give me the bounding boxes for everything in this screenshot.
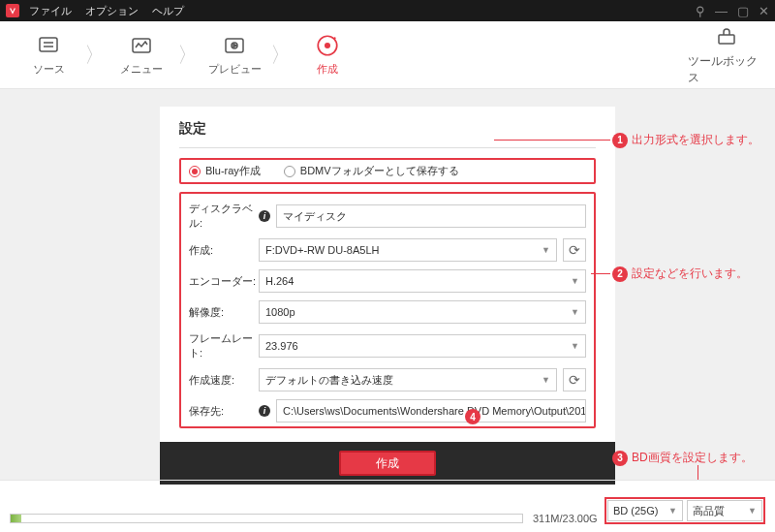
disc-label-lbl: ディスクラベル: xyxy=(189,202,259,231)
preview-icon xyxy=(222,33,247,58)
encoder-lbl: エンコーダー: xyxy=(189,274,259,289)
radio-off-icon xyxy=(284,166,295,177)
select-value: H.264 xyxy=(265,275,294,287)
framerate-lbl: フレームレート: xyxy=(189,331,259,360)
svg-point-8 xyxy=(326,44,329,47)
radio-label: Blu-ray作成 xyxy=(205,165,261,176)
app-logo-icon xyxy=(6,4,19,17)
disc-label-input[interactable]: マイディスク xyxy=(276,204,586,228)
caret-down-icon: ▼ xyxy=(571,307,579,317)
menu-options[interactable]: オプション xyxy=(85,4,139,18)
chevron-icon: 〉 xyxy=(180,21,196,88)
caret-down-icon: ▼ xyxy=(542,245,550,255)
saveto-input[interactable]: C:\Users\ws\Documents\Wondershare DVD Me… xyxy=(276,399,586,422)
step-menu[interactable]: メニュー xyxy=(103,21,180,88)
create-target-select[interactable]: F:DVD+-RW DU-8A5LH▼ xyxy=(259,238,557,262)
info-icon[interactable]: i xyxy=(259,210,270,222)
svg-point-9 xyxy=(334,37,336,39)
callout-line xyxy=(698,465,698,481)
callout-number: 2 xyxy=(612,266,628,282)
callout-line xyxy=(591,273,610,274)
create-icon xyxy=(315,33,340,58)
menu-icon xyxy=(129,33,154,58)
caret-down-icon: ▼ xyxy=(571,341,579,351)
quality-controls: BD (25G)▼ 高品質▼ xyxy=(604,497,765,524)
status-bar: 311M/23.00G BD (25G)▼ 高品質▼ xyxy=(0,480,775,532)
step-label: プレビュー xyxy=(208,62,262,77)
callout-number: 1 xyxy=(612,133,628,148)
step-preview[interactable]: プレビュー xyxy=(196,21,273,88)
svg-rect-0 xyxy=(40,38,57,51)
callout-number-4: 4 xyxy=(465,409,480,424)
workspace: 設定 Blu-ray作成 BDMVフォルダーとして保存する ディスクラベル: i… xyxy=(0,89,775,480)
step-create[interactable]: 作成 xyxy=(289,21,366,88)
chevron-icon: 〉 xyxy=(87,21,103,88)
radio-bdmv-folder[interactable]: BDMVフォルダーとして保存する xyxy=(284,164,459,178)
create-bar: 作成 xyxy=(160,442,615,485)
speed-select[interactable]: デフォルトの書き込み速度▼ xyxy=(259,368,557,391)
select-value: F:DVD+-RW DU-8A5LH xyxy=(265,244,379,256)
disc-usage-meter xyxy=(10,514,523,523)
caret-down-icon: ▼ xyxy=(542,375,550,385)
resolution-select[interactable]: 1080p▼ xyxy=(259,300,586,324)
step-label: メニュー xyxy=(120,62,163,77)
select-value: BD (25G) xyxy=(613,505,658,516)
refresh-icon: ⟳ xyxy=(569,242,580,258)
minimize-icon[interactable]: — xyxy=(715,4,728,18)
titlebar: ファイル オプション ヘルプ ⚲ — ▢ ✕ xyxy=(0,0,775,21)
toolbox-label: ツールボックス xyxy=(688,53,765,86)
disc-usage-text: 311M/23.00G xyxy=(533,513,598,524)
callout-text: 設定などを行います。 xyxy=(632,266,748,282)
info-icon[interactable]: i xyxy=(259,405,270,417)
caret-down-icon: ▼ xyxy=(748,506,757,516)
svg-rect-10 xyxy=(719,35,734,44)
panel-title: 設定 xyxy=(179,120,596,138)
meter-fill xyxy=(11,515,21,522)
toolbox-button[interactable]: ツールボックス xyxy=(688,21,765,88)
menu-file[interactable]: ファイル xyxy=(29,4,72,18)
disc-type-select[interactable]: BD (25G)▼ xyxy=(607,500,683,521)
caret-down-icon: ▼ xyxy=(668,506,677,516)
caret-down-icon: ▼ xyxy=(571,276,579,286)
callout-text: 出力形式を選択します。 xyxy=(632,132,760,148)
radio-on-icon xyxy=(189,166,201,177)
source-icon xyxy=(36,33,61,58)
quality-select[interactable]: 高品質▼ xyxy=(687,500,762,521)
step-source[interactable]: ソース xyxy=(10,21,87,88)
callout-line xyxy=(494,140,610,141)
create-button[interactable]: 作成 xyxy=(339,451,436,476)
refresh-button[interactable]: ⟳ xyxy=(563,238,586,262)
step-toolbar: ソース 〉 メニュー 〉 プレビュー 〉 作成 ツールボックス xyxy=(0,21,775,89)
step-label: 作成 xyxy=(317,62,338,77)
chevron-icon: 〉 xyxy=(273,21,289,88)
divider xyxy=(179,147,596,148)
select-value: 高品質 xyxy=(693,504,725,518)
callout-2: 2設定などを行います。 xyxy=(612,266,748,282)
framerate-select[interactable]: 23.976▼ xyxy=(259,334,586,358)
settings-group: ディスクラベル: i マイディスク 作成: F:DVD+-RW DU-8A5LH… xyxy=(179,192,596,428)
output-format-group: Blu-ray作成 BDMVフォルダーとして保存する xyxy=(179,158,596,184)
select-value: 1080p xyxy=(265,306,295,318)
select-value: デフォルトの書き込み速度 xyxy=(265,373,393,388)
close-icon[interactable]: ✕ xyxy=(759,4,769,18)
select-value: 23.976 xyxy=(265,340,298,352)
pin-icon[interactable]: ⚲ xyxy=(696,4,705,18)
maximize-icon[interactable]: ▢ xyxy=(737,4,749,18)
toolbox-icon xyxy=(714,24,739,49)
radio-label: BDMVフォルダーとして保存する xyxy=(300,165,459,176)
settings-panel: 設定 Blu-ray作成 BDMVフォルダーとして保存する ディスクラベル: i… xyxy=(160,107,615,480)
create-target-lbl: 作成: xyxy=(189,243,259,258)
callout-1: 1出力形式を選択します。 xyxy=(612,132,760,148)
radio-bluray[interactable]: Blu-ray作成 xyxy=(189,164,261,178)
callout-3: 3BD画質を設定します。 xyxy=(612,450,753,466)
speed-lbl: 作成速度: xyxy=(189,373,259,388)
refresh-button[interactable]: ⟳ xyxy=(563,368,586,391)
svg-marker-6 xyxy=(233,45,236,47)
menu-help[interactable]: ヘルプ xyxy=(152,4,184,18)
step-label: ソース xyxy=(33,62,65,77)
saveto-lbl: 保存先: xyxy=(189,404,259,419)
resolution-lbl: 解像度: xyxy=(189,305,259,320)
callout-number: 3 xyxy=(612,451,628,466)
refresh-icon: ⟳ xyxy=(569,372,580,388)
encoder-select[interactable]: H.264▼ xyxy=(259,269,586,293)
